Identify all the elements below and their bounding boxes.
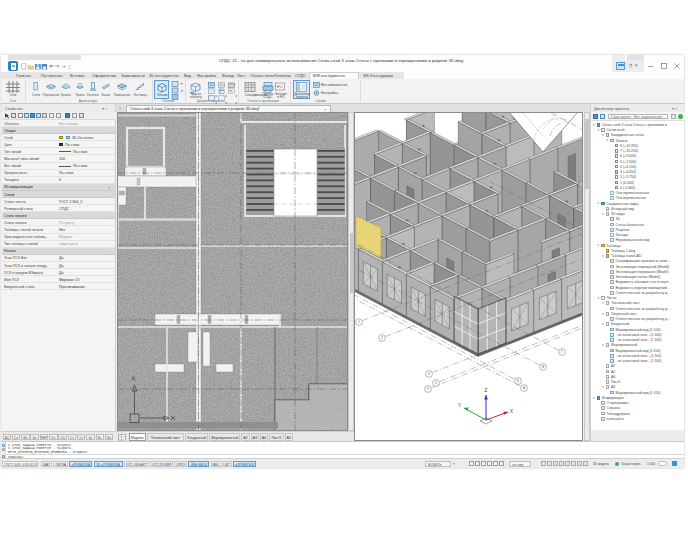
svg-text:IFC: IFC <box>277 83 284 88</box>
svg-text:4: 4 <box>428 372 430 376</box>
svg-text:3: 3 <box>427 387 429 391</box>
svg-text:Z: Z <box>485 388 488 393</box>
svg-text:2: 2 <box>381 336 383 340</box>
svg-text:Y: Y <box>458 403 461 408</box>
svg-text:5: 5 <box>435 381 437 385</box>
svg-text:X: X <box>510 409 513 414</box>
svg-text:Г: Г <box>561 350 563 354</box>
svg-text:Б: Б <box>517 379 519 383</box>
svg-text:1: 1 <box>358 320 360 324</box>
svg-text:В: В <box>542 365 544 369</box>
